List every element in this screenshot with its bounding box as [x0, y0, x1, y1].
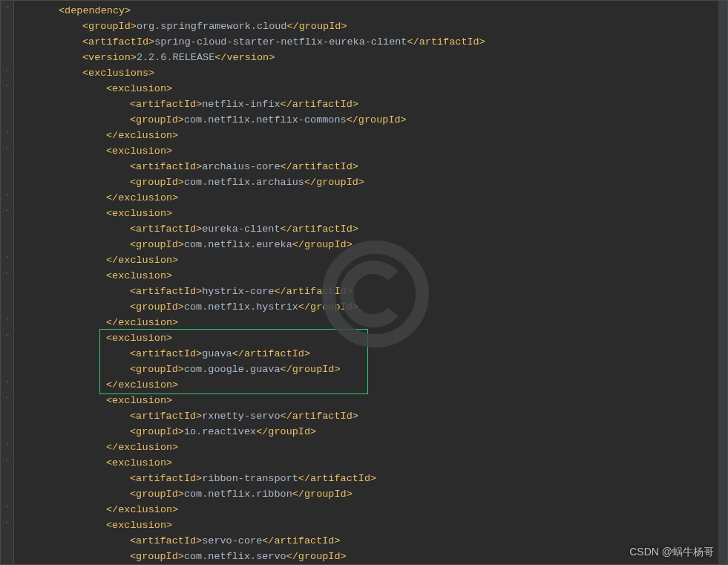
fold-marker[interactable]: −	[4, 457, 10, 463]
exclusion-artifactId-5: <artifactId>rxnetty-servo</artifactId>	[14, 408, 718, 424]
exclusion-groupId-4: <groupId>com.google.guava</groupId>	[14, 362, 718, 377]
tag-exclusion-close-1: </exclusion>	[14, 190, 718, 206]
tag-exclusion-open-3: <exclusion>	[14, 268, 718, 284]
exclusion-artifactId-2: <artifactId>eureka-client</artifactId>	[14, 221, 718, 237]
exclusion-groupId-7: <groupId>com.netflix.servo</groupId>	[14, 549, 718, 564]
fold-marker[interactable]: ▫	[4, 255, 10, 261]
exclusion-artifactId-1: <artifactId>archaius-core</artifactId>	[14, 159, 718, 174]
tag-exclusion-open-0: <exclusion>	[14, 81, 718, 97]
fold-marker[interactable]: −	[4, 5, 10, 11]
tag-exclusions: <exclusions>	[14, 65, 718, 81]
fold-marker[interactable]: ▫	[4, 442, 10, 448]
fold-marker[interactable]: ▫	[4, 317, 10, 323]
code-area[interactable]: <dependency><groupId>org.springframework…	[14, 1, 718, 564]
fold-marker[interactable]: ▫	[4, 504, 10, 510]
tag-exclusion-close-3: </exclusion>	[14, 315, 718, 330]
fold-marker[interactable]: ▫	[4, 379, 10, 385]
tag-dependency: <dependency>	[14, 3, 718, 19]
dep-artifactId: <artifactId>spring-cloud-starter-netflix…	[14, 34, 718, 50]
tag-exclusion-open-5: <exclusion>	[14, 393, 718, 408]
exclusion-artifactId-3: <artifactId>hystrix-core</artifactId>	[14, 284, 718, 299]
fold-marker[interactable]: −	[4, 270, 10, 276]
exclusion-artifactId-4: <artifactId>guava</artifactId>	[14, 346, 718, 362]
fold-marker[interactable]: −	[4, 520, 10, 526]
tag-exclusion-close-0: </exclusion>	[14, 128, 718, 143]
dep-version: <version>2.2.6.RELEASE</version>	[14, 50, 718, 65]
exclusion-groupId-3: <groupId>com.netflix.hystrix</groupId>	[14, 299, 718, 315]
fold-marker[interactable]: ▫	[4, 130, 10, 136]
exclusion-artifactId-6: <artifactId>ribbon-transport</artifactId…	[14, 471, 718, 486]
csdn-attribution: CSDN @蜗牛杨哥	[629, 544, 714, 560]
tag-exclusion-open-4: <exclusion>	[14, 330, 718, 346]
exclusion-groupId-1: <groupId>com.netflix.archaius</groupId>	[14, 174, 718, 190]
exclusion-artifactId-7: <artifactId>servo-core</artifactId>	[14, 533, 718, 549]
exclusion-groupId-2: <groupId>com.netflix.eureka</groupId>	[14, 237, 718, 252]
fold-marker[interactable]: −	[4, 333, 10, 339]
fold-marker[interactable]: −	[4, 68, 10, 74]
exclusion-groupId-6: <groupId>com.netflix.ribbon</groupId>	[14, 486, 718, 502]
tag-exclusion-close-6: </exclusion>	[14, 502, 718, 517]
tag-exclusion-open-6: <exclusion>	[14, 455, 718, 471]
exclusion-artifactId-0: <artifactId>netflix-infix</artifactId>	[14, 97, 718, 112]
tag-exclusion-close-4: </exclusion>	[14, 377, 718, 393]
gutter: − − − ▫ − ▫ − ▫ − ▫ − ▫ − ▫ − ▫ −	[1, 1, 14, 564]
fold-marker[interactable]: −	[4, 83, 10, 89]
tag-exclusion-close-2: </exclusion>	[14, 252, 718, 268]
tag-exclusion-open-2: <exclusion>	[14, 206, 718, 221]
fold-marker[interactable]: ▫	[4, 192, 10, 198]
fold-marker[interactable]: −	[4, 395, 10, 401]
exclusion-groupId-0: <groupId>com.netflix.netflix-commons</gr…	[14, 112, 718, 128]
tag-exclusion-open-7: <exclusion>	[14, 517, 718, 533]
exclusion-groupId-5: <groupId>io.reactivex</groupId>	[14, 424, 718, 440]
tag-exclusion-open-1: <exclusion>	[14, 143, 718, 159]
tag-exclusion-close-5: </exclusion>	[14, 440, 718, 455]
code-editor[interactable]: − − − ▫ − ▫ − ▫ − ▫ − ▫ − ▫ − ▫ − <depen…	[0, 0, 728, 565]
dep-groupId: <groupId>org.springframework.cloud</grou…	[14, 19, 718, 34]
vertical-scrollbar[interactable]	[718, 1, 727, 564]
fold-marker[interactable]: −	[4, 208, 10, 214]
fold-marker[interactable]: −	[4, 146, 10, 151]
